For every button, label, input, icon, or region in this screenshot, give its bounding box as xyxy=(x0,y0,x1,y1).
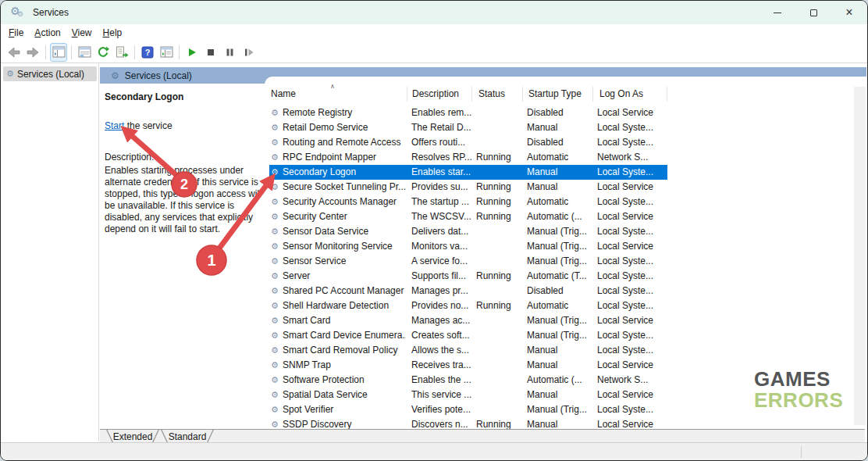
vertical-scrollbar[interactable] xyxy=(854,87,866,425)
service-row[interactable]: ⚙Sensor Monitoring ServiceMonitors va...… xyxy=(269,239,667,254)
service-row[interactable]: ⚙Security CenterThe WSCSV...RunningAutom… xyxy=(269,209,667,224)
table-cell: Local Syste... xyxy=(597,270,666,281)
service-row[interactable]: ⚙Shared PC Account ManagerManages pr...D… xyxy=(269,284,667,298)
table-cell: Disabled xyxy=(527,137,595,148)
service-row[interactable]: ⚙Smart CardManages ac...Manual (Trig...L… xyxy=(269,313,667,328)
table-cell: Automatic (... xyxy=(527,211,595,222)
minimize-button[interactable] xyxy=(760,1,795,24)
stop-service-icon xyxy=(205,47,216,58)
service-row[interactable]: ⚙Remote RegistryEnables rem...DisabledLo… xyxy=(269,105,667,120)
service-gear-icon: ⚙ xyxy=(271,256,279,266)
table-cell: Local Syste... xyxy=(597,285,666,296)
table-cell: Local Service xyxy=(597,241,666,252)
maximize-button[interactable] xyxy=(795,1,831,24)
service-row[interactable]: ⚙ServerSupports fil...RunningAutomatic (… xyxy=(269,269,667,284)
service-gear-icon: ⚙ xyxy=(271,375,279,385)
service-row[interactable]: ⚙Smart Card Device Enumera...Creates sof… xyxy=(269,328,667,343)
table-cell: Local Syste... xyxy=(597,404,666,415)
service-row[interactable]: ⚙SNMP TrapReceives tra...ManualLocal Ser… xyxy=(269,358,667,373)
table-cell: Manual (Trig... xyxy=(527,330,595,341)
service-row[interactable]: ⚙Spot VerifierVerifies pote...Manual (Tr… xyxy=(269,402,667,417)
table-cell: Security Accounts Manager xyxy=(283,196,406,207)
column-header-name[interactable]: Name xyxy=(271,88,296,99)
table-cell: Local Service xyxy=(597,389,666,400)
close-button[interactable]: × xyxy=(831,1,867,24)
table-cell: The Retail D... xyxy=(411,122,475,133)
table-cell: Shared PC Account Manager xyxy=(283,285,406,296)
refresh-button[interactable] xyxy=(94,43,112,62)
pause-service-button[interactable] xyxy=(221,43,238,62)
service-row[interactable]: ⚙Routing and Remote AccessOffers routi..… xyxy=(269,135,667,150)
table-cell: Automatic xyxy=(527,300,595,311)
properties-button[interactable] xyxy=(76,43,93,62)
column-header-status[interactable]: Status xyxy=(478,88,505,99)
table-cell: Resolves RP... xyxy=(411,152,475,163)
gear-icon: ⚙ xyxy=(6,69,14,79)
back-button[interactable] xyxy=(5,43,23,62)
service-row[interactable]: ⚙Shell Hardware DetectionProvides no...R… xyxy=(269,298,667,313)
table-cell: Local Syste... xyxy=(597,300,666,311)
table-cell: Enables rem... xyxy=(411,107,475,118)
service-row[interactable]: ⚙Spatial Data ServiceThis service ...Man… xyxy=(269,388,667,402)
show-action-pane-button[interactable] xyxy=(158,43,175,62)
table-cell: Local Syste... xyxy=(597,166,666,177)
service-gear-icon: ⚙ xyxy=(271,390,279,400)
table-cell: Smart Card Device Enumera... xyxy=(283,330,406,341)
show-action-pane-icon xyxy=(160,46,173,58)
restart-service-icon xyxy=(243,47,254,58)
service-row[interactable]: ⚙Software ProtectionEnables the ...Autom… xyxy=(269,373,667,388)
menu-help[interactable]: Help xyxy=(103,27,123,38)
service-gear-icon: ⚙ xyxy=(271,241,279,252)
service-gear-icon: ⚙ xyxy=(271,123,279,133)
service-row[interactable]: ⚙Smart Card Removal PolicyAllows the s..… xyxy=(269,343,667,358)
description-text: Enables starting processes under alterna… xyxy=(105,165,265,235)
column-separator[interactable] xyxy=(522,87,523,102)
column-header-log-on-as[interactable]: Log On As xyxy=(599,88,643,99)
service-row[interactable]: ⚙Secure Socket Tunneling Pr...Provides s… xyxy=(269,180,667,195)
export-list-button[interactable] xyxy=(113,43,130,62)
service-row[interactable]: ⚙Retail Demo ServiceThe Retail D...Manua… xyxy=(269,120,667,135)
start-service-button[interactable] xyxy=(183,43,201,62)
title-bar: ⚙ ⚙ Services × xyxy=(1,1,867,24)
table-cell: Manual xyxy=(527,359,595,370)
status-bar-divider xyxy=(801,446,802,458)
column-separator[interactable] xyxy=(667,87,667,102)
column-separator[interactable] xyxy=(407,87,407,102)
column-header-description[interactable]: Description xyxy=(412,88,459,99)
service-row[interactable]: ⚙Sensor Data ServiceDelivers dat...Manua… xyxy=(269,224,667,239)
service-row[interactable]: ⚙Sensor ServiceA service fo...Manual (Tr… xyxy=(269,254,667,269)
forward-button[interactable] xyxy=(24,43,41,62)
help-button[interactable]: ? xyxy=(139,43,156,62)
show-console-tree-button[interactable] xyxy=(50,43,67,62)
service-row[interactable]: ⚙SSDP DiscoveryDiscovers n...RunningManu… xyxy=(269,417,667,429)
menu-action[interactable]: Action xyxy=(34,27,60,38)
column-separator[interactable] xyxy=(471,87,472,102)
service-gear-icon: ⚙ xyxy=(271,108,279,118)
service-row[interactable]: ⚙Secondary LogonEnables star...ManualLoc… xyxy=(269,165,667,180)
table-cell: Supports fil... xyxy=(411,270,475,281)
menu-view[interactable]: View xyxy=(72,27,92,38)
menu-file[interactable]: File xyxy=(9,27,23,38)
table-cell: Server xyxy=(283,270,406,281)
tree-item-label: Services (Local) xyxy=(17,69,84,80)
tree-item-services-local[interactable]: ⚙ Services (Local) xyxy=(3,66,97,81)
table-cell: Local Syste... xyxy=(597,330,666,341)
table-cell: Software Protection xyxy=(283,374,406,385)
service-row[interactable]: ⚙RPC Endpoint MapperResolves RP...Runnin… xyxy=(269,150,667,165)
stop-service-button[interactable] xyxy=(202,43,219,62)
tab-extended[interactable]: Extended xyxy=(106,430,159,443)
table-cell: Automatic (... xyxy=(527,374,595,385)
column-separator[interactable] xyxy=(592,87,593,102)
column-header-startup-type[interactable]: Startup Type xyxy=(528,88,582,99)
list-header: Name ∧ Description Status Startup Type L… xyxy=(269,85,667,103)
table-cell: A service fo... xyxy=(411,256,475,266)
service-row[interactable]: ⚙Security Accounts ManagerThe startup ..… xyxy=(269,195,667,209)
start-service-link[interactable]: Start xyxy=(105,120,124,131)
table-cell: Automatic xyxy=(527,152,595,163)
svg-text:?: ? xyxy=(145,48,151,57)
service-action-line: Start the service xyxy=(105,120,262,131)
minimize-icon xyxy=(774,13,781,13)
restart-service-button[interactable] xyxy=(240,43,257,62)
tab-standard[interactable]: Standard xyxy=(161,430,214,443)
toolbar-separator xyxy=(71,45,72,59)
